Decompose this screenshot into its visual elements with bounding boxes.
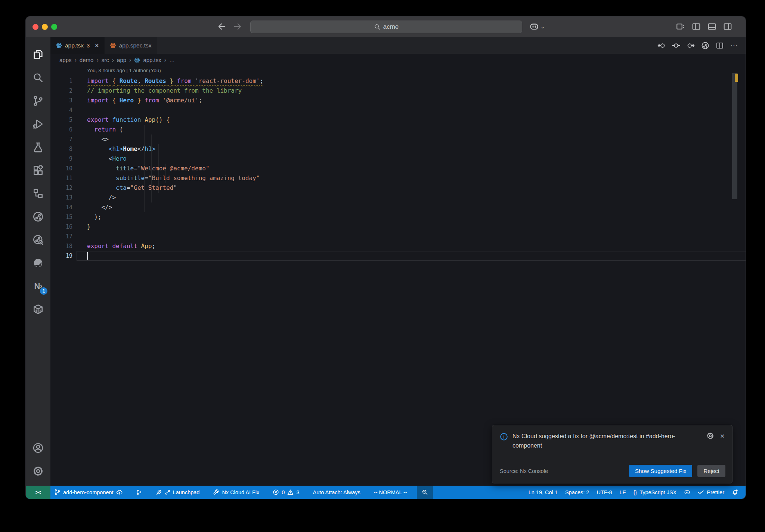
language-mode-status[interactable]: {} TypeScript JSX bbox=[629, 486, 680, 499]
zoom-window-button[interactable] bbox=[51, 24, 57, 30]
remote-indicator[interactable]: >< bbox=[26, 486, 50, 499]
code-line[interactable]: 10 title="Welcmoe @acme/demo" bbox=[50, 164, 746, 173]
problems-status[interactable]: 0 3 bbox=[269, 486, 303, 499]
cursor-position-status[interactable]: Ln 19, Col 1 bbox=[525, 486, 561, 499]
code-line[interactable]: 16} bbox=[50, 222, 746, 232]
code-line[interactable]: 11 subtitle="Build something amazing tod… bbox=[50, 173, 746, 183]
code-line[interactable]: 7 <> bbox=[50, 134, 746, 144]
gitlens-blame-codelens[interactable]: You, 3 hours ago | 1 author (You) bbox=[87, 68, 161, 73]
breadcrumb-item[interactable]: apps bbox=[59, 57, 72, 63]
split-editor-icon[interactable] bbox=[716, 41, 724, 50]
auto-attach-label: Auto Attach: Always bbox=[313, 489, 360, 495]
line-number: 16 bbox=[50, 222, 77, 232]
go-back-icon[interactable] bbox=[217, 22, 227, 31]
code-line[interactable]: 12 cta="Get Started" bbox=[50, 183, 746, 193]
command-center-search[interactable]: acme bbox=[250, 21, 522, 33]
customize-layout-icon[interactable] bbox=[676, 22, 685, 31]
breadcrumb-item[interactable]: demo bbox=[80, 57, 94, 63]
code-line[interactable]: 1import { Route, Routes } from 'react-ro… bbox=[50, 76, 746, 86]
gitlens-graph-icon[interactable] bbox=[701, 41, 709, 50]
sidebar-item-source-control[interactable] bbox=[26, 89, 50, 112]
code-line[interactable]: 17 bbox=[50, 232, 746, 241]
sidebar-item-explorer[interactable] bbox=[26, 43, 50, 66]
sidebar-item-gitlens-inspect[interactable] bbox=[26, 205, 50, 228]
code-line[interactable]: 4 bbox=[50, 105, 746, 115]
nx-badge: 1 bbox=[40, 287, 47, 295]
code-editor[interactable]: You, 3 hours ago | 1 author (You) 1impor… bbox=[50, 66, 746, 486]
indentation-status[interactable]: Spaces: 2 bbox=[561, 486, 593, 499]
breadcrumb-item[interactable]: src bbox=[102, 57, 109, 63]
code-line[interactable]: 8 <h1>Home</h1> bbox=[50, 144, 746, 154]
sidebar-item-testing[interactable] bbox=[26, 136, 50, 159]
code-line[interactable]: 2// importing the component from the lib… bbox=[50, 86, 746, 96]
copilot-menu[interactable]: ⌄ bbox=[529, 22, 545, 31]
code-line[interactable]: 6 return ( bbox=[50, 125, 746, 134]
sidebar-item-edge-tools[interactable] bbox=[26, 251, 50, 275]
more-actions-icon[interactable]: ⋯ bbox=[730, 41, 738, 50]
editor-scrollbar[interactable] bbox=[731, 54, 738, 486]
nx-cloud-ai-fix-status[interactable]: Nx Cloud AI Fix bbox=[209, 486, 263, 499]
launchpad-label: Launchpad bbox=[173, 489, 200, 495]
close-tab-icon[interactable]: × bbox=[95, 42, 99, 49]
go-forward-icon[interactable] bbox=[233, 22, 242, 31]
tab-app-tsx[interactable]: app.tsx 3 × bbox=[50, 37, 104, 54]
breadcrumb-item[interactable]: app.tsx bbox=[143, 57, 161, 63]
code-line[interactable]: 13 /> bbox=[50, 193, 746, 202]
copilot-status[interactable] bbox=[680, 486, 694, 499]
auto-attach-status[interactable]: Auto Attach: Always bbox=[309, 486, 364, 499]
line-number: 5 bbox=[50, 115, 77, 125]
copilot-icon bbox=[684, 489, 690, 495]
close-window-button[interactable] bbox=[32, 24, 38, 30]
eol-status[interactable]: LF bbox=[616, 486, 630, 499]
sidebar-item-extensions[interactable] bbox=[26, 159, 50, 182]
sidebar-item-nx-console[interactable]: N› 1 bbox=[26, 275, 50, 298]
zoom-status[interactable] bbox=[417, 486, 433, 499]
show-suggested-fix-button[interactable]: Show Suggested Fix bbox=[629, 465, 693, 477]
code-line[interactable]: 19 bbox=[50, 251, 746, 261]
code-line[interactable]: 18export default App; bbox=[50, 241, 746, 251]
container-cube-icon bbox=[32, 304, 44, 315]
code-line[interactable]: 15 ); bbox=[50, 212, 746, 222]
reject-button[interactable]: Reject bbox=[697, 465, 725, 477]
sidebar-item-gitlens-search[interactable] bbox=[26, 228, 50, 251]
account-button[interactable] bbox=[26, 436, 50, 460]
line-number: 15 bbox=[50, 212, 77, 222]
chevron-down-icon: ⌄ bbox=[541, 24, 545, 30]
toggle-sidebar-icon[interactable] bbox=[692, 22, 701, 31]
minimize-window-button[interactable] bbox=[42, 24, 48, 30]
open-next-change-icon[interactable] bbox=[687, 41, 695, 50]
rocket-icon bbox=[156, 489, 162, 495]
editor-group: app.tsx 3 × app.spec.tsx bbox=[50, 37, 746, 486]
code-line[interactable]: 3import { Hero } from '@acme/ui'; bbox=[50, 96, 746, 105]
open-changes-icon[interactable] bbox=[672, 41, 680, 50]
notification-settings-gear-icon[interactable] bbox=[706, 432, 714, 440]
toggle-secondary-sidebar-icon[interactable] bbox=[723, 22, 732, 31]
encoding-status[interactable]: UTF-8 bbox=[593, 486, 616, 499]
code-text: import { Route, Routes } from 'react-rou… bbox=[77, 76, 263, 86]
launchpad-status[interactable]: Launchpad bbox=[152, 486, 204, 499]
commit-graph-icon bbox=[136, 489, 142, 495]
commit-graph-status[interactable] bbox=[132, 486, 146, 499]
breadcrumb-item[interactable]: app bbox=[117, 57, 126, 63]
sidebar-item-run-debug[interactable] bbox=[26, 112, 50, 136]
notification-close-icon[interactable]: × bbox=[720, 432, 725, 451]
scrollbar-thumb[interactable] bbox=[732, 73, 737, 199]
git-branch-status[interactable]: add-hero-component bbox=[50, 486, 126, 499]
vim-mode-status[interactable]: -- NORMAL -- bbox=[370, 486, 411, 499]
sidebar-item-search[interactable] bbox=[26, 66, 50, 89]
prettier-status[interactable]: Prettier bbox=[694, 486, 728, 499]
sidebar-item-containers[interactable] bbox=[26, 298, 50, 321]
code-line[interactable]: 9 <Hero bbox=[50, 154, 746, 164]
code-line[interactable]: 5export function App() { bbox=[50, 115, 746, 125]
tab-app-spec-tsx[interactable]: app.spec.tsx bbox=[104, 37, 157, 54]
breadcrumb-item[interactable]: … bbox=[169, 57, 175, 63]
toggle-panel-icon[interactable] bbox=[707, 22, 716, 31]
sidebar-item-references[interactable] bbox=[26, 182, 50, 205]
open-previous-change-icon[interactable] bbox=[657, 41, 666, 50]
settings-button[interactable] bbox=[26, 460, 50, 483]
react-icon bbox=[134, 57, 140, 63]
current-line-highlight bbox=[77, 251, 746, 261]
notifications-bell[interactable] bbox=[728, 486, 742, 499]
traffic-lights bbox=[32, 24, 57, 30]
code-line[interactable]: 14 </> bbox=[50, 202, 746, 212]
